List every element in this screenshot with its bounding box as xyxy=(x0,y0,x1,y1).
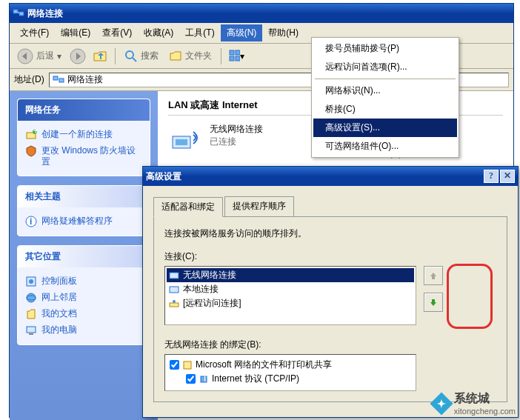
topics-panel: 相关主题 i 网络疑难解答程序 xyxy=(17,185,150,236)
connections-listbox[interactable]: 无线网络连接 本地连接 [远程访问连接] xyxy=(164,266,416,325)
watermark-brand: 系统城 xyxy=(454,391,516,407)
advanced-menu-dropdown: 拨号员辅助拨号(P) 远程访问首选项(R)... 网络标识(N)... 桥接(C… xyxy=(311,37,459,158)
svg-rect-7 xyxy=(230,50,234,55)
firewall-settings-link[interactable]: 更改 Windows 防火墙设置 xyxy=(25,143,142,170)
search-label: 搜索 xyxy=(141,50,159,62)
network-icon xyxy=(53,74,64,86)
help-button[interactable]: ? xyxy=(484,170,499,183)
svg-rect-23 xyxy=(29,333,33,335)
svg-point-20 xyxy=(27,293,36,302)
close-button[interactable]: ✕ xyxy=(500,170,515,183)
views-icon xyxy=(228,49,240,64)
bindings-listbox[interactable]: Microsoft 网络的文件和打印机共享 T Internet 协议 (TCP… xyxy=(164,354,416,391)
menu-item-advanced-settings[interactable]: 高级设置(S)... xyxy=(313,119,457,137)
move-down-button[interactable] xyxy=(424,293,443,312)
net-adapter-icon xyxy=(168,270,180,281)
back-icon xyxy=(17,48,33,64)
folders-button[interactable]: 文件夹 xyxy=(166,48,215,64)
connections-label: 连接(C): xyxy=(164,250,496,263)
dialog-titlebar: 高级设置 ? ✕ xyxy=(143,167,518,186)
network-icon xyxy=(13,7,24,19)
bindings-label: 无线网络连接 的绑定(B): xyxy=(164,339,496,351)
binding-item[interactable]: T Internet 协议 (TCP/IP) xyxy=(168,372,413,386)
network-places-link[interactable]: 网上邻居 xyxy=(25,290,142,306)
svg-rect-12 xyxy=(59,79,64,82)
svg-rect-25 xyxy=(176,139,187,145)
binding-label: Microsoft 网络的文件和打印机共享 xyxy=(196,359,332,371)
advanced-settings-dialog: 高级设置 ? ✕ 适配器和绑定 提供程序顺序 连接按被网络服务访问的顺序排列。 … xyxy=(142,166,519,418)
net-adapter-icon xyxy=(168,284,180,296)
arrow-down-icon xyxy=(428,297,439,307)
panel-header: 相关主题 xyxy=(18,186,150,207)
svg-point-19 xyxy=(29,279,33,284)
address-value: 网络连接 xyxy=(67,73,103,86)
chevron-down-icon: ▾ xyxy=(57,51,61,61)
menu-file[interactable]: 文件(F) xyxy=(14,24,55,41)
protocol-icon: T xyxy=(199,374,209,384)
menu-advanced[interactable]: 高级(N) xyxy=(221,24,263,41)
menu-favorites[interactable]: 收藏(A) xyxy=(138,24,179,41)
connection-name: 无线网络连接 xyxy=(210,123,263,136)
svg-rect-0 xyxy=(13,10,18,13)
svg-text:i: i xyxy=(30,216,32,227)
list-item-remote[interactable]: [远程访问连接] xyxy=(167,296,414,310)
menu-edit[interactable]: 编辑(E) xyxy=(55,24,96,41)
list-item-lan[interactable]: 本地连接 xyxy=(167,282,414,296)
sidebar: 网络任务 + 创建一个新的连接 更改 Windows 防火墙设置 相关主题 xyxy=(10,91,158,420)
back-button[interactable]: 后退 ▾ xyxy=(14,47,64,66)
arrow-up-icon xyxy=(428,270,439,281)
svg-rect-22 xyxy=(27,327,36,333)
menu-item-dialup[interactable]: 拨号员辅助拨号(P) xyxy=(313,39,457,58)
svg-rect-30 xyxy=(170,287,179,293)
binding-checkbox[interactable] xyxy=(170,360,179,370)
watermark: ✦ 系统城 xitongcheng.com xyxy=(433,391,516,416)
link-label: 网上邻居 xyxy=(41,292,77,303)
svg-rect-11 xyxy=(53,76,58,80)
control-panel-link[interactable]: 控制面板 xyxy=(25,273,142,290)
connection-status: 已连接 xyxy=(210,136,263,148)
create-connection-link[interactable]: + 创建一个新的连接 xyxy=(25,127,142,143)
views-button[interactable]: ▾ xyxy=(227,47,245,65)
tab-adapters[interactable]: 适配器和绑定 xyxy=(153,197,223,217)
link-label: 创建一个新的连接 xyxy=(41,129,113,140)
menu-item-bridge[interactable]: 桥接(C) xyxy=(313,100,457,119)
documents-icon xyxy=(25,308,37,320)
menu-item-network-id[interactable]: 网络标识(N)... xyxy=(313,81,457,100)
dialog-description: 连接按被网络服务访问的顺序排列。 xyxy=(164,227,496,240)
list-item-wireless[interactable]: 无线网络连接 xyxy=(167,268,414,282)
dialog-title: 高级设置 xyxy=(146,170,181,183)
tab-providers[interactable]: 提供程序顺序 xyxy=(224,196,294,216)
forward-button[interactable] xyxy=(69,47,87,65)
menu-separator xyxy=(315,79,456,79)
control-panel-icon xyxy=(25,276,37,287)
troubleshoot-link[interactable]: i 网络疑难解答程序 xyxy=(25,213,142,230)
connection-item[interactable]: 无线网络连接 已连接 xyxy=(168,123,316,159)
search-button[interactable]: 搜索 xyxy=(121,48,161,64)
service-icon xyxy=(182,360,193,370)
link-label: 控制面板 xyxy=(41,276,77,287)
my-documents-link[interactable]: 我的文档 xyxy=(25,306,142,322)
link-label: 网络疑难解答程序 xyxy=(41,216,113,227)
svg-rect-33 xyxy=(184,361,191,369)
globe-icon xyxy=(25,292,37,304)
move-up-button[interactable] xyxy=(424,266,443,285)
menu-item-optional-components[interactable]: 可选网络组件(O)... xyxy=(313,137,457,156)
network-tasks-panel: 网络任务 + 创建一个新的连接 更改 Windows 防火墙设置 xyxy=(17,99,150,176)
menu-item-remote-prefs[interactable]: 远程访问首选项(R)... xyxy=(313,58,457,76)
svg-rect-29 xyxy=(170,273,179,279)
firewall-icon xyxy=(25,145,37,157)
remote-access-icon xyxy=(168,298,180,310)
my-computer-link[interactable]: 我的电脑 xyxy=(25,322,142,339)
computer-icon xyxy=(25,324,37,336)
binding-checkbox[interactable] xyxy=(186,374,196,384)
menu-help[interactable]: 帮助(H) xyxy=(262,24,304,41)
svg-line-6 xyxy=(133,58,136,61)
list-item-label: [远程访问连接] xyxy=(183,297,241,310)
menu-tools[interactable]: 工具(T) xyxy=(179,24,220,41)
info-icon: i xyxy=(25,216,37,227)
svg-rect-1 xyxy=(19,12,24,16)
menu-view[interactable]: 查看(V) xyxy=(96,24,138,41)
panel-header: 网络任务 xyxy=(18,99,150,121)
up-button[interactable] xyxy=(91,47,109,65)
binding-item[interactable]: Microsoft 网络的文件和打印机共享 xyxy=(168,358,413,372)
